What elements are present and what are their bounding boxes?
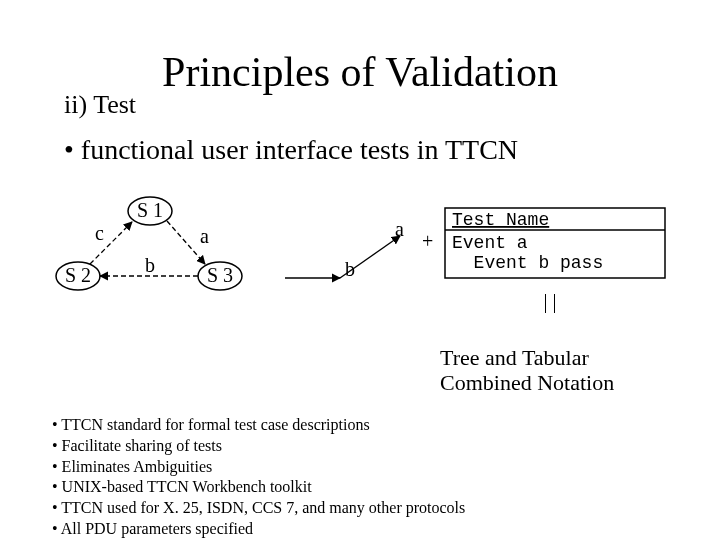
node-s3-label: S 3 xyxy=(207,264,233,286)
tree-a-label: a xyxy=(395,218,404,240)
section-subhead: ii) Test xyxy=(64,90,136,120)
tree-b-label: b xyxy=(345,258,355,280)
bullet-item: Facilitate sharing of tests xyxy=(52,436,465,457)
table-header: Test Name xyxy=(452,210,549,230)
diagram: S 1 S 2 S 3 a b c a b + Test Name Event … xyxy=(50,188,670,338)
bullet-item: All PDU parameters specified xyxy=(52,519,465,540)
node-s2-label: S 2 xyxy=(65,264,91,286)
edge-c-label: c xyxy=(95,222,104,244)
tree-plus: + xyxy=(422,230,433,252)
state-graph: S 1 S 2 S 3 a b c xyxy=(56,197,242,290)
bullet-item: TTCN standard for formal test case descr… xyxy=(52,415,465,436)
caption-line-1: Tree and Tabular xyxy=(440,345,614,370)
bullet-item: TTCN used for X. 25, ISDN, CCS 7, and ma… xyxy=(52,498,465,519)
caption: Tree and Tabular Combined Notation xyxy=(440,345,614,396)
ttcn-table: Test Name Event a Event b pass xyxy=(445,208,665,278)
table-line1: Event a xyxy=(452,233,528,253)
caption-line-2: Combined Notation xyxy=(440,370,614,395)
pipes: | | xyxy=(543,290,556,313)
page-title: Principles of Validation xyxy=(0,48,720,96)
node-s1-label: S 1 xyxy=(137,199,163,221)
bullet-item: Eliminates Ambiguities xyxy=(52,457,465,478)
detail-bullets: TTCN standard for formal test case descr… xyxy=(52,415,465,540)
bullet-item: UNIX-based TTCN Workbench toolkit xyxy=(52,477,465,498)
edge-a-label: a xyxy=(200,225,209,247)
table-line2: Event b pass xyxy=(452,253,603,273)
tree-notation: a b + xyxy=(285,218,433,280)
edge-b-label: b xyxy=(145,254,155,276)
main-bullet: • functional user interface tests in TTC… xyxy=(64,134,518,166)
